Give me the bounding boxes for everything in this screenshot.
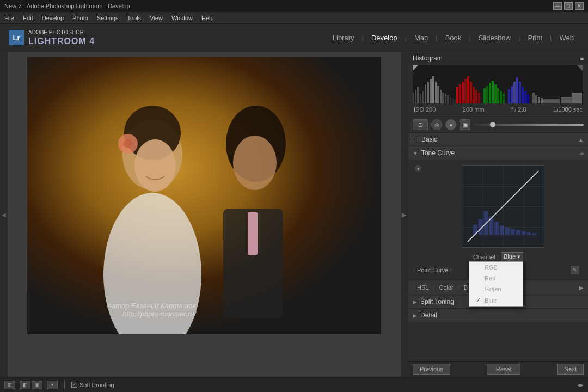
nav-web[interactable]: Web [554,32,580,44]
hsl-arrow: ▶ [579,285,584,291]
svg-rect-38 [478,93,480,103]
svg-rect-56 [535,95,537,103]
nav-slideshow[interactable]: Slideshow [473,32,516,44]
lr-badge: Lr [9,30,24,45]
basic-section-header[interactable]: Basic ▲ [408,133,588,146]
camera-info: ISO 200 200 mm f / 2.8 1/1000 sec [408,105,588,114]
survey-view-button[interactable]: ▣ [32,381,42,389]
titlebar: New-3 - Adobe Photoshop Lightroom - Deve… [0,0,588,12]
svg-rect-68 [494,222,499,236]
reset-button[interactable]: Reset [487,364,521,375]
channel-option-rgb[interactable]: RGB [469,262,523,273]
grid-view-button[interactable]: ⊞ [4,381,15,389]
crop-tool[interactable]: ⊡ [413,119,428,130]
tone-curve-inner: ● [413,163,584,250]
channel-dropdown-arrow: ▾ [517,253,520,260]
left-panel-toggle[interactable]: ◀ [0,52,8,377]
next-button[interactable]: Next [557,364,584,375]
menu-file[interactable]: File [4,15,14,21]
minimize-button[interactable]: — [553,2,562,10]
right-expand-toggle[interactable]: ▶ [401,52,408,377]
close-button[interactable]: ✕ [575,2,584,10]
menu-settings[interactable]: Settings [97,15,119,21]
svg-rect-18 [427,82,429,103]
svg-rect-34 [467,76,469,103]
tab-color[interactable]: Color [434,283,457,292]
svg-rect-35 [470,82,472,103]
svg-rect-74 [526,232,531,235]
channel-option-green[interactable]: Green [469,284,523,295]
graduated-filter-tool[interactable]: ▣ [460,119,470,130]
detail-section-header[interactable]: ▶ Detail [408,309,588,322]
svg-rect-46 [503,94,505,103]
point-curve-edit-icon[interactable]: ✎ [571,266,579,274]
soft-proofing-toggle[interactable]: ✓ Soft Proofing [71,382,114,388]
channel-dropdown-wrapper[interactable]: Blue ▾ RGB Red [499,252,523,261]
logo-text: ADOBE PHOTOSHOP LIGHTROOM 4 [28,29,95,47]
aperture-value: f / 2.8 [511,106,526,113]
nav-book[interactable]: Book [440,32,467,44]
svg-rect-69 [500,226,504,236]
curve-point-icon[interactable]: ● [415,165,421,171]
main-area: ◀ [0,52,588,377]
previous-button[interactable]: Previous [413,364,450,375]
menu-edit[interactable]: Edit [23,15,33,21]
filmstrip-right: ◂ ▸ [577,381,584,389]
check-blue: ✓ [476,297,481,304]
svg-rect-52 [522,87,524,103]
svg-rect-70 [505,227,510,235]
filmstrip: ⊞ ◧ ▣ ▾ ✓ Soft Proofing ◂ ▸ [0,377,588,392]
nav-library[interactable]: Library [327,32,360,44]
histogram-menu-icon[interactable]: ≡ [580,54,584,62]
channel-option-red[interactable]: Red [469,273,523,284]
spot-removal-tool[interactable]: ◎ [431,119,442,130]
svg-rect-12 [413,93,414,103]
maximize-button[interactable]: □ [564,2,573,10]
menu-develop[interactable]: Develop [42,15,64,21]
menu-view[interactable]: View [150,15,163,21]
right-expand-icon: ▶ [402,212,407,218]
filmstrip-divider [64,381,65,389]
svg-rect-24 [442,93,444,103]
curve-canvas[interactable] [462,165,544,248]
nav-print[interactable]: Print [522,32,548,44]
filmstrip-right-arrow[interactable]: ▸ [580,381,584,389]
redeye-tool[interactable]: ● [445,119,456,130]
channel-option-blue[interactable]: ✓ Blue [469,295,523,306]
svg-rect-50 [516,77,518,103]
svg-rect-13 [415,90,416,103]
channel-dropdown[interactable]: Blue ▾ [501,252,523,261]
nav-develop[interactable]: Develop [366,32,403,44]
menu-help[interactable]: Help [201,15,214,21]
svg-rect-26 [447,95,449,103]
channel-dropdown-menu[interactable]: RGB Red Green ✓ [469,261,523,307]
svg-rect-43 [494,84,497,103]
filmstrip-settings[interactable]: ▾ [47,381,58,389]
tone-curve-menu-icon[interactable]: ≡ [580,150,584,156]
compare-view-button[interactable]: ◧ [20,381,30,389]
shutter-speed: 1/1000 sec [553,106,583,113]
svg-rect-54 [527,95,529,103]
svg-point-3 [134,139,176,192]
svg-rect-15 [420,94,421,103]
svg-rect-42 [492,81,494,103]
window-controls[interactable]: — □ ✕ [553,2,584,10]
tone-curve-header[interactable]: ▼ Tone Curve ≡ [408,146,588,160]
tab-hsl[interactable]: HSL [413,283,433,292]
basic-toggle-checkbox[interactable] [413,137,418,142]
svg-rect-71 [511,229,515,235]
menu-tools[interactable]: Tools [127,15,142,21]
exposure-slider[interactable] [474,124,584,126]
svg-rect-30 [456,87,458,103]
focal-length: 200 mm [463,106,485,113]
soft-proofing-checkbox[interactable]: ✓ [71,382,77,388]
tone-curve-expand-icon: ▼ [413,150,418,156]
menu-window[interactable]: Window [171,15,193,21]
menu-photo[interactable]: Photo [72,15,88,21]
curve-right [425,165,581,248]
svg-rect-44 [497,88,499,103]
svg-rect-33 [464,79,467,103]
center-area: Автор Евгений Карташов http://photo-mons… [8,52,401,377]
nav-map[interactable]: Map [409,32,433,44]
histogram-chart [413,65,583,103]
